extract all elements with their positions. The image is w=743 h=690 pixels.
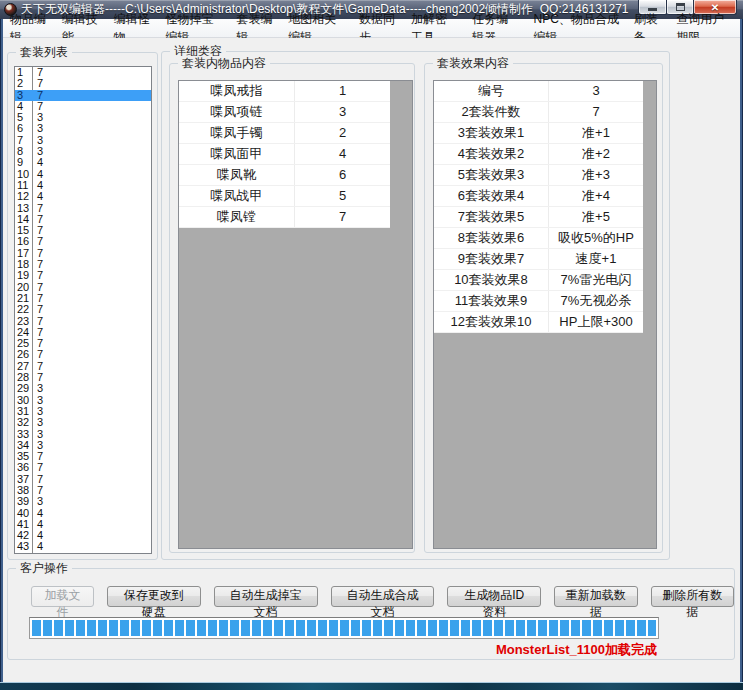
set-piece-count: 7	[33, 304, 43, 315]
set-list-row[interactable]: 13 7	[15, 203, 151, 214]
operation-button[interactable]: 删除所有数据	[651, 586, 734, 607]
set-items-rows: 喋凤戒指 1 喋凤项链 3 喋凤手镯 2	[179, 81, 390, 228]
set-list-row[interactable]: 22 7	[15, 304, 151, 315]
set-list-row[interactable]: 14 7	[15, 214, 151, 225]
effect-row[interactable]: 7套装效果5 准+5	[434, 207, 643, 228]
item-slot-value: 6	[295, 165, 390, 185]
set-list-row[interactable]: 6 3	[15, 123, 151, 134]
item-row[interactable]: 喋凤靴 6	[179, 165, 390, 186]
set-list-row[interactable]: 28 7	[15, 372, 151, 383]
set-list-row[interactable]: 43 4	[15, 541, 151, 552]
set-list-row[interactable]: 18 7	[15, 259, 151, 270]
set-list-row[interactable]: 3 7	[15, 90, 151, 101]
set-list-row[interactable]: 20 7	[15, 282, 151, 293]
effect-row[interactable]: 9套装效果7 速度+1	[434, 249, 643, 270]
item-name: 喋凤戒指	[179, 81, 295, 101]
effect-label: 10套装效果8	[434, 270, 549, 290]
progress-bar	[29, 617, 659, 639]
set-list-row[interactable]: 30 3	[15, 395, 151, 406]
item-row[interactable]: 喋凤戒指 1	[179, 81, 390, 102]
set-list-row[interactable]: 21 7	[15, 293, 151, 304]
set-list-row[interactable]: 17 7	[15, 248, 151, 259]
set-id: 32	[15, 417, 33, 428]
set-list-group: 套装列表 1 7 2 7 3 7	[7, 52, 158, 560]
set-list-row[interactable]: 24 7	[15, 327, 151, 338]
effect-value: 准+3	[549, 165, 643, 185]
set-list-row[interactable]: 29 3	[15, 383, 151, 394]
effect-value: 准+4	[549, 186, 643, 206]
set-items-table[interactable]: 喋凤戒指 1 喋凤项链 3 喋凤手镯 2	[178, 80, 413, 549]
set-list-row[interactable]: 27 7	[15, 361, 151, 372]
item-row[interactable]: 喋凤项链 3	[179, 102, 390, 123]
effect-row[interactable]: 2套装件数 7	[434, 102, 643, 123]
set-piece-count: 4	[33, 157, 43, 168]
set-list-row[interactable]: 11 4	[15, 180, 151, 191]
operation-button[interactable]: 生成物品ID资料	[447, 586, 541, 607]
set-list-row[interactable]: 2 7	[15, 78, 151, 89]
set-id: 43	[15, 541, 33, 552]
effect-label: 7套装效果5	[434, 207, 549, 227]
set-list-row[interactable]: 31 3	[15, 406, 151, 417]
effect-row[interactable]: 8套装效果6 吸收5%的HP	[434, 228, 643, 249]
operation-button[interactable]: 加载文件	[31, 586, 94, 607]
set-piece-count: 3	[33, 417, 43, 428]
client-operations-group: 客户操作 加载文件 保存更改到硬盘 自动生成掉宝文档 自动生成合成文档 生成物品…	[7, 568, 735, 660]
operation-button[interactable]: 重新加载数据	[554, 586, 637, 607]
effect-row[interactable]: 4套装效果2 准+2	[434, 144, 643, 165]
set-list-row[interactable]: 26 7	[15, 349, 151, 360]
set-list-row[interactable]: 15 7	[15, 225, 151, 236]
set-list-row[interactable]: 33 3	[15, 429, 151, 440]
effect-row[interactable]: 11套装效果9 7%无视必杀	[434, 291, 643, 312]
effect-row[interactable]: 12套装效果10 HP上限+300	[434, 312, 643, 333]
item-row[interactable]: 喋凤面甲 4	[179, 144, 390, 165]
set-list-row[interactable]: 42 4	[15, 530, 151, 541]
set-list-row[interactable]: 35 7	[15, 451, 151, 462]
set-list-row[interactable]: 9 4	[15, 157, 151, 168]
set-list-row[interactable]: 23 7	[15, 316, 151, 327]
set-effects-group-label: 套装效果内容	[433, 56, 513, 70]
set-effects-table[interactable]: 编号 3 2套装件数 7 3套装效果1 准+1	[433, 80, 657, 549]
progress-fill	[32, 620, 656, 636]
operation-button[interactable]: 保存更改到硬盘	[107, 586, 201, 607]
set-list[interactable]: 1 7 2 7 3 7 4 7	[14, 66, 152, 554]
set-list-row[interactable]: 41 4	[15, 519, 151, 530]
set-list-row[interactable]: 36 7	[15, 462, 151, 473]
set-list-row[interactable]: 5 3	[15, 112, 151, 123]
set-list-row[interactable]: 32 3	[15, 417, 151, 428]
set-list-row[interactable]: 19 7	[15, 270, 151, 281]
set-list-row[interactable]: 38 7	[15, 485, 151, 496]
effect-row[interactable]: 6套装效果4 准+4	[434, 186, 643, 207]
set-list-row[interactable]: 40 4	[15, 508, 151, 519]
set-list-row[interactable]: 34 3	[15, 440, 151, 451]
set-list-row[interactable]: 10 4	[15, 169, 151, 180]
effect-value: HP上限+300	[549, 312, 643, 332]
set-piece-count: 4	[33, 191, 43, 202]
effect-row[interactable]: 10套装效果8 7%雷光电闪	[434, 270, 643, 291]
item-row[interactable]: 喋凤手镯 2	[179, 123, 390, 144]
effect-label: 6套装效果4	[434, 186, 549, 206]
item-slot-value: 2	[295, 123, 390, 143]
item-row[interactable]: 喋凤镗 7	[179, 207, 390, 228]
set-list-row[interactable]: 1 7	[15, 67, 151, 78]
set-list-row[interactable]: 25 7	[15, 338, 151, 349]
effect-row[interactable]: 编号 3	[434, 81, 643, 102]
taskbar-strip	[0, 683, 743, 690]
item-name: 喋凤项链	[179, 102, 295, 122]
operation-button[interactable]: 自动生成掉宝文档	[214, 586, 318, 607]
set-list-row[interactable]: 7 3	[15, 135, 151, 146]
set-list-row[interactable]: 37 7	[15, 474, 151, 485]
set-list-row[interactable]: 8 3	[15, 146, 151, 157]
set-list-row[interactable]: 39 3	[15, 496, 151, 507]
set-id: 29	[15, 383, 33, 394]
item-row[interactable]: 喋凤战甲 5	[179, 186, 390, 207]
item-name: 喋凤靴	[179, 165, 295, 185]
set-list-row[interactable]: 12 4	[15, 191, 151, 202]
set-items-group-label: 套装内物品内容	[178, 56, 270, 70]
item-slot-value: 5	[295, 186, 390, 206]
effect-row[interactable]: 3套装效果1 准+1	[434, 123, 643, 144]
effect-row[interactable]: 5套装效果3 准+3	[434, 165, 643, 186]
effect-label: 4套装效果2	[434, 144, 549, 164]
operation-button[interactable]: 自动生成合成文档	[331, 586, 435, 607]
set-list-row[interactable]: 4 7	[15, 101, 151, 112]
set-list-row[interactable]: 16 7	[15, 236, 151, 247]
